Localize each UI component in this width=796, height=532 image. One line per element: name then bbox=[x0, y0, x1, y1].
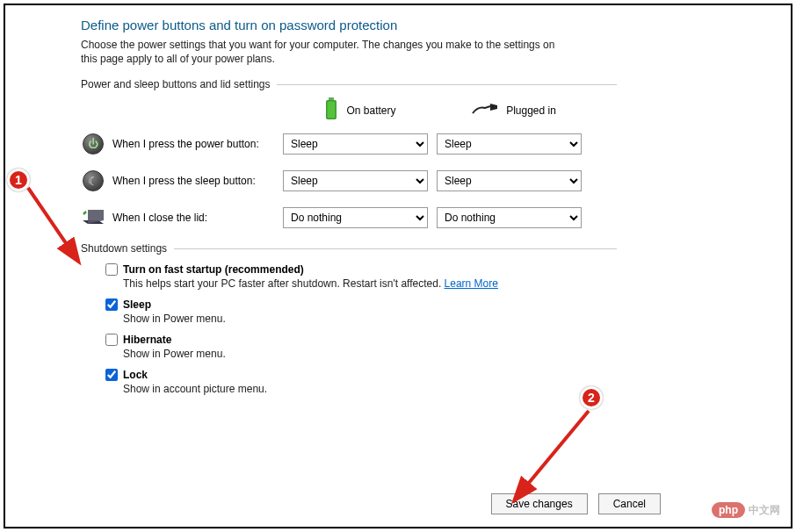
hibernate-desc: Show in Power menu. bbox=[123, 348, 617, 360]
shutdown-section: Shutdown settings Turn on fast startup (… bbox=[81, 242, 617, 395]
battery-icon bbox=[323, 97, 339, 123]
settings-panel: Define power buttons and turn on passwor… bbox=[4, 4, 792, 528]
page-title: Define power buttons and turn on passwor… bbox=[81, 18, 775, 32]
section-legend-shutdown: Shutdown settings bbox=[81, 242, 617, 255]
fast-startup-checkbox[interactable] bbox=[105, 263, 118, 276]
learn-more-link[interactable]: Learn More bbox=[445, 277, 498, 290]
sleep-button-icon bbox=[83, 170, 104, 191]
power-button-row: When I press the power button: Sleep Sle… bbox=[81, 132, 617, 156]
annotation-badge-1: 1 bbox=[7, 169, 30, 191]
watermark-cn: 中文网 bbox=[749, 503, 780, 518]
svg-rect-0 bbox=[329, 97, 334, 100]
close-lid-plugged-select[interactable]: Do nothing bbox=[437, 207, 582, 228]
section-legend-text: Power and sleep buttons and lid settings bbox=[81, 78, 270, 90]
section-legend-power: Power and sleep buttons and lid settings bbox=[81, 78, 617, 90]
footer-buttons: Save changes Cancel bbox=[491, 493, 661, 514]
power-button-battery-select[interactable]: Sleep bbox=[283, 133, 428, 155]
sleep-label: Sleep bbox=[123, 298, 151, 311]
lock-option: Lock Show in account picture menu. bbox=[105, 369, 617, 395]
close-lid-label: When I close the lid: bbox=[112, 212, 207, 224]
fast-startup-option: Turn on fast startup (recommended) This … bbox=[105, 263, 617, 290]
page-subtitle: Choose the power settings that you want … bbox=[81, 38, 555, 66]
close-lid-row: When I close the lid: Do nothing Do noth… bbox=[81, 205, 617, 230]
cancel-button[interactable]: Cancel bbox=[598, 493, 661, 514]
lock-checkbox[interactable] bbox=[105, 369, 118, 381]
sleep-button-plugged-select[interactable]: Sleep bbox=[437, 170, 582, 191]
divider bbox=[174, 248, 617, 249]
sleep-button-row: When I press the sleep button: Sleep Sle… bbox=[81, 169, 617, 193]
sleep-option: Sleep Show in Power menu. bbox=[105, 298, 617, 325]
lock-desc: Show in account picture menu. bbox=[123, 383, 617, 395]
on-battery-label: On battery bbox=[346, 104, 395, 117]
close-lid-battery-select[interactable]: Do nothing bbox=[283, 207, 428, 228]
sleep-checkbox[interactable] bbox=[105, 298, 118, 311]
sleep-button-label: When I press the sleep button: bbox=[112, 175, 256, 187]
power-sleep-section: Power and sleep buttons and lid settings… bbox=[81, 78, 617, 230]
hibernate-label: Hibernate bbox=[123, 334, 171, 346]
column-headers: On battery Plugged in bbox=[81, 97, 617, 123]
power-button-label: When I press the power button: bbox=[112, 138, 259, 150]
save-changes-button[interactable]: Save changes bbox=[491, 493, 588, 514]
watermark: php 中文网 bbox=[712, 502, 780, 518]
lock-label: Lock bbox=[123, 369, 148, 381]
section-legend-text: Shutdown settings bbox=[81, 242, 167, 255]
hibernate-option: Hibernate Show in Power menu. bbox=[105, 334, 617, 360]
power-button-icon bbox=[83, 133, 104, 155]
power-button-plugged-select[interactable]: Sleep bbox=[437, 133, 582, 155]
svg-marker-3 bbox=[490, 104, 497, 111]
lid-icon bbox=[81, 205, 105, 230]
svg-rect-2 bbox=[328, 102, 336, 119]
hibernate-checkbox[interactable] bbox=[105, 334, 118, 346]
fast-startup-label: Turn on fast startup (recommended) bbox=[123, 263, 304, 276]
sleep-button-battery-select[interactable]: Sleep bbox=[283, 170, 428, 191]
fast-startup-desc: This helps start your PC faster after sh… bbox=[123, 277, 445, 290]
sleep-desc: Show in Power menu. bbox=[123, 313, 617, 325]
svg-marker-5 bbox=[88, 210, 104, 224]
plugged-in-label: Plugged in bbox=[506, 104, 556, 117]
watermark-pill: php bbox=[712, 502, 745, 518]
plug-icon bbox=[471, 101, 499, 119]
divider bbox=[277, 84, 617, 85]
annotation-badge-2: 2 bbox=[580, 386, 603, 409]
